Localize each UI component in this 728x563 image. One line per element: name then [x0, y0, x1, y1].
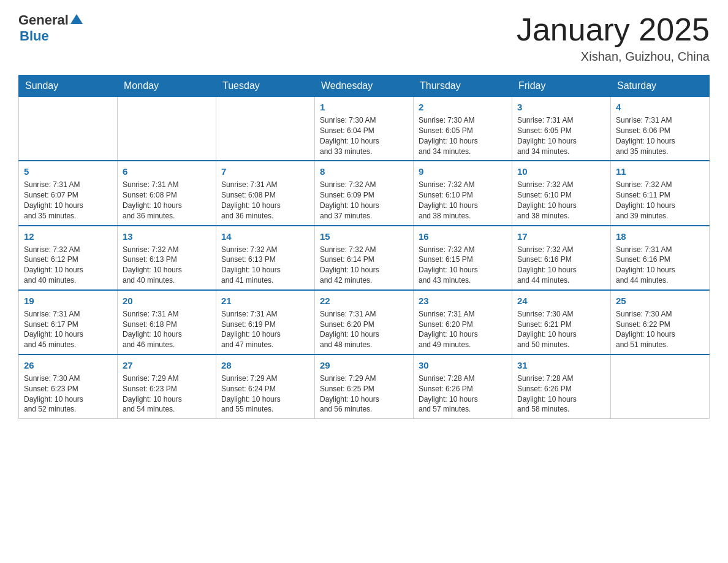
- calendar-cell: 25Sunrise: 7:30 AM Sunset: 6:22 PM Dayli…: [611, 290, 710, 354]
- calendar-cell: 14Sunrise: 7:32 AM Sunset: 6:13 PM Dayli…: [216, 226, 315, 290]
- calendar-cell: 15Sunrise: 7:32 AM Sunset: 6:14 PM Dayli…: [315, 226, 414, 290]
- day-number: 19: [24, 294, 112, 307]
- day-number: 27: [123, 359, 211, 372]
- weekday-header-monday: Monday: [118, 75, 216, 97]
- calendar-cell: 8Sunrise: 7:32 AM Sunset: 6:09 PM Daylig…: [315, 161, 414, 225]
- calendar-cell: [118, 97, 216, 161]
- day-info: Sunrise: 7:31 AM Sunset: 6:19 PM Dayligh…: [221, 309, 309, 350]
- calendar-cell: 11Sunrise: 7:32 AM Sunset: 6:11 PM Dayli…: [611, 161, 710, 225]
- calendar-cell: 26Sunrise: 7:30 AM Sunset: 6:23 PM Dayli…: [19, 354, 118, 419]
- calendar-week-row: 19Sunrise: 7:31 AM Sunset: 6:17 PM Dayli…: [19, 290, 710, 354]
- weekday-header-row: SundayMondayTuesdayWednesdayThursdayFrid…: [19, 75, 710, 97]
- day-info: Sunrise: 7:31 AM Sunset: 6:08 PM Dayligh…: [221, 180, 309, 221]
- calendar-cell: 12Sunrise: 7:32 AM Sunset: 6:12 PM Dayli…: [19, 226, 118, 290]
- calendar-cell: 24Sunrise: 7:30 AM Sunset: 6:21 PM Dayli…: [512, 290, 611, 354]
- calendar-cell: 6Sunrise: 7:31 AM Sunset: 6:08 PM Daylig…: [118, 161, 216, 225]
- day-number: 8: [320, 165, 408, 178]
- day-info: Sunrise: 7:31 AM Sunset: 6:07 PM Dayligh…: [24, 180, 112, 221]
- day-number: 2: [419, 101, 507, 113]
- day-info: Sunrise: 7:30 AM Sunset: 6:22 PM Dayligh…: [616, 309, 704, 350]
- day-info: Sunrise: 7:30 AM Sunset: 6:23 PM Dayligh…: [24, 373, 112, 415]
- calendar-week-row: 5Sunrise: 7:31 AM Sunset: 6:07 PM Daylig…: [19, 161, 710, 225]
- calendar-cell: 9Sunrise: 7:32 AM Sunset: 6:10 PM Daylig…: [414, 161, 512, 225]
- day-number: 11: [616, 165, 704, 178]
- calendar-cell: 13Sunrise: 7:32 AM Sunset: 6:13 PM Dayli…: [118, 226, 216, 290]
- weekday-header-sunday: Sunday: [19, 75, 118, 97]
- day-info: Sunrise: 7:32 AM Sunset: 6:14 PM Dayligh…: [320, 245, 408, 286]
- calendar-cell: 17Sunrise: 7:32 AM Sunset: 6:16 PM Dayli…: [512, 226, 611, 290]
- day-info: Sunrise: 7:31 AM Sunset: 6:18 PM Dayligh…: [123, 309, 211, 350]
- calendar-cell: 3Sunrise: 7:31 AM Sunset: 6:05 PM Daylig…: [512, 97, 611, 161]
- day-info: Sunrise: 7:31 AM Sunset: 6:20 PM Dayligh…: [320, 309, 408, 350]
- calendar-cell: 27Sunrise: 7:29 AM Sunset: 6:23 PM Dayli…: [118, 354, 216, 419]
- svg-marker-0: [70, 14, 83, 24]
- calendar-cell: [19, 97, 118, 161]
- calendar-title: January 2025: [517, 12, 710, 47]
- day-number: 30: [419, 359, 507, 372]
- day-info: Sunrise: 7:32 AM Sunset: 6:11 PM Dayligh…: [616, 180, 704, 221]
- day-number: 31: [517, 359, 605, 372]
- calendar-cell: 5Sunrise: 7:31 AM Sunset: 6:07 PM Daylig…: [19, 161, 118, 225]
- day-number: 4: [616, 101, 704, 113]
- day-number: 18: [616, 230, 704, 243]
- day-info: Sunrise: 7:32 AM Sunset: 6:10 PM Dayligh…: [419, 180, 507, 221]
- title-block: January 2025 Xishan, Guizhou, China: [517, 12, 710, 64]
- calendar-subtitle: Xishan, Guizhou, China: [517, 50, 710, 64]
- day-info: Sunrise: 7:31 AM Sunset: 6:06 PM Dayligh…: [616, 115, 704, 156]
- calendar-cell: 10Sunrise: 7:32 AM Sunset: 6:10 PM Dayli…: [512, 161, 611, 225]
- calendar-week-row: 26Sunrise: 7:30 AM Sunset: 6:23 PM Dayli…: [19, 354, 710, 419]
- calendar-cell: 23Sunrise: 7:31 AM Sunset: 6:20 PM Dayli…: [414, 290, 512, 354]
- day-number: 23: [419, 294, 507, 307]
- weekday-header-tuesday: Tuesday: [216, 75, 315, 97]
- day-info: Sunrise: 7:29 AM Sunset: 6:25 PM Dayligh…: [320, 373, 408, 415]
- day-number: 22: [320, 294, 408, 307]
- calendar-cell: [216, 97, 315, 161]
- calendar-cell: 22Sunrise: 7:31 AM Sunset: 6:20 PM Dayli…: [315, 290, 414, 354]
- logo-arrow-icon: [70, 13, 83, 25]
- day-number: 14: [221, 230, 309, 243]
- day-info: Sunrise: 7:29 AM Sunset: 6:23 PM Dayligh…: [123, 373, 211, 415]
- day-number: 25: [616, 294, 704, 307]
- day-info: Sunrise: 7:32 AM Sunset: 6:12 PM Dayligh…: [24, 245, 112, 286]
- day-info: Sunrise: 7:31 AM Sunset: 6:20 PM Dayligh…: [419, 309, 507, 350]
- calendar-cell: 30Sunrise: 7:28 AM Sunset: 6:26 PM Dayli…: [414, 354, 512, 419]
- day-info: Sunrise: 7:32 AM Sunset: 6:15 PM Dayligh…: [419, 245, 507, 286]
- calendar-cell: 1Sunrise: 7:30 AM Sunset: 6:04 PM Daylig…: [315, 97, 414, 161]
- day-info: Sunrise: 7:31 AM Sunset: 6:17 PM Dayligh…: [24, 309, 112, 350]
- day-number: 12: [24, 230, 112, 243]
- day-number: 15: [320, 230, 408, 243]
- day-info: Sunrise: 7:28 AM Sunset: 6:26 PM Dayligh…: [517, 373, 605, 415]
- day-number: 16: [419, 230, 507, 243]
- day-number: 9: [419, 165, 507, 178]
- logo-blue: Blue: [20, 28, 83, 44]
- day-info: Sunrise: 7:31 AM Sunset: 6:16 PM Dayligh…: [616, 245, 704, 286]
- calendar-cell: 7Sunrise: 7:31 AM Sunset: 6:08 PM Daylig…: [216, 161, 315, 225]
- day-info: Sunrise: 7:30 AM Sunset: 6:05 PM Dayligh…: [419, 115, 507, 156]
- day-info: Sunrise: 7:30 AM Sunset: 6:21 PM Dayligh…: [517, 309, 605, 350]
- day-number: 13: [123, 230, 211, 243]
- calendar-cell: 16Sunrise: 7:32 AM Sunset: 6:15 PM Dayli…: [414, 226, 512, 290]
- calendar-cell: 29Sunrise: 7:29 AM Sunset: 6:25 PM Dayli…: [315, 354, 414, 419]
- calendar-cell: [611, 354, 710, 419]
- day-number: 26: [24, 359, 112, 372]
- day-number: 5: [24, 165, 112, 178]
- logo: General Blue: [18, 12, 83, 44]
- day-number: 1: [320, 101, 408, 113]
- logo-general: General: [18, 12, 69, 28]
- day-info: Sunrise: 7:32 AM Sunset: 6:16 PM Dayligh…: [517, 245, 605, 286]
- weekday-header-thursday: Thursday: [414, 75, 512, 97]
- calendar-table: SundayMondayTuesdayWednesdayThursdayFrid…: [18, 75, 710, 419]
- day-info: Sunrise: 7:29 AM Sunset: 6:24 PM Dayligh…: [221, 373, 309, 415]
- weekday-header-saturday: Saturday: [611, 75, 710, 97]
- calendar-cell: 4Sunrise: 7:31 AM Sunset: 6:06 PM Daylig…: [611, 97, 710, 161]
- day-info: Sunrise: 7:28 AM Sunset: 6:26 PM Dayligh…: [419, 373, 507, 415]
- day-info: Sunrise: 7:32 AM Sunset: 6:09 PM Dayligh…: [320, 180, 408, 221]
- day-number: 3: [517, 101, 605, 113]
- day-number: 17: [517, 230, 605, 243]
- calendar-cell: 19Sunrise: 7:31 AM Sunset: 6:17 PM Dayli…: [19, 290, 118, 354]
- day-number: 20: [123, 294, 211, 307]
- day-number: 6: [123, 165, 211, 178]
- calendar-cell: 21Sunrise: 7:31 AM Sunset: 6:19 PM Dayli…: [216, 290, 315, 354]
- weekday-header-friday: Friday: [512, 75, 611, 97]
- calendar-cell: 28Sunrise: 7:29 AM Sunset: 6:24 PM Dayli…: [216, 354, 315, 419]
